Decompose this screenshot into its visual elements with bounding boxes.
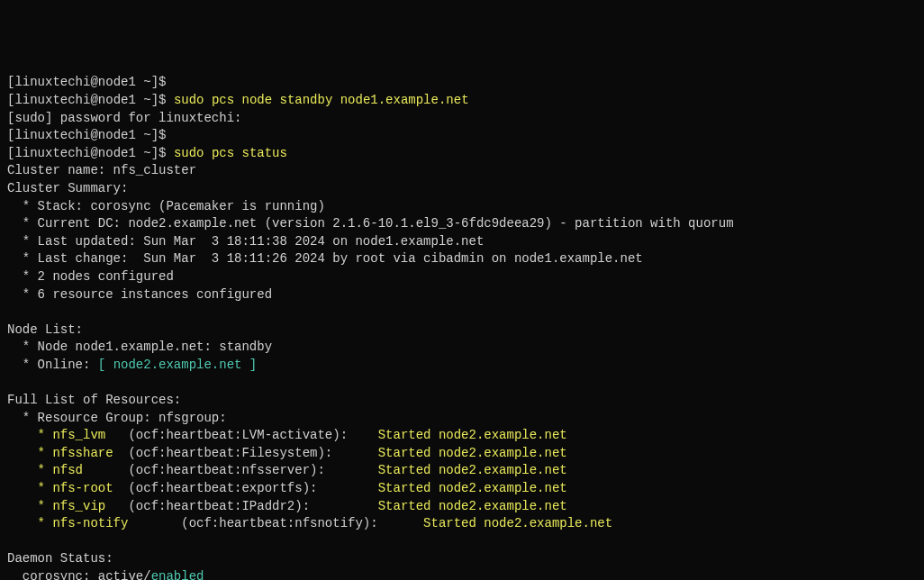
node-list-header: Node List: [7,322,83,337]
resource-line: * nfs_vip (ocf:heartbeat:IPaddr2): Start… [7,499,567,513]
cluster-summary-header: Cluster Summary: [7,181,128,195]
nodes-configured-line: * 2 nodes configured [7,269,174,284]
node-online-line: * Online: [ node2.example.net ] [7,358,257,372]
daemon-line: corosync: active/enabled [7,569,204,580]
resource-line: * nfsd (ocf:heartbeat:nfsserver): Starte… [7,463,567,477]
cluster-name: Cluster name: nfs_cluster [7,163,196,177]
resources-header: Full List of Resources: [7,393,181,407]
last-updated-line: * Last updated: Sun Mar 3 18:11:38 2024 … [7,234,484,249]
resource-group-line: * Resource Group: nfsgroup: [7,411,227,425]
prompt-line: [linuxtechi@node1 ~]$ [7,75,166,89]
stack-line: * Stack: corosync (Pacemaker is running) [7,199,325,213]
command-text: sudo pcs node standby node1.example.net [174,93,469,107]
resource-line: * nfs-notify (ocf:heartbeat:nfsnotify): … [7,516,612,530]
current-dc-line: * Current DC: node2.example.net (version… [7,216,734,231]
resource-line: * nfs_lvm (ocf:heartbeat:LVM-activate): … [7,428,567,442]
prompt-line: [linuxtechi@node1 ~]$ [7,146,166,160]
node-standby-line: * Node node1.example.net: standby [7,340,272,354]
resource-line: * nfsshare (ocf:heartbeat:Filesystem): S… [7,446,567,460]
daemon-status-header: Daemon Status: [7,551,113,566]
last-change-line: * Last change: Sun Mar 3 18:11:26 2024 b… [7,251,643,266]
resources-configured-line: * 6 resource instances configured [7,287,272,302]
command-text: sudo pcs status [174,146,287,160]
sudo-prompt: [sudo] password for linuxtechi: [7,111,241,125]
prompt-line: [linuxtechi@node1 ~]$ [7,93,166,107]
prompt-line: [linuxtechi@node1 ~]$ [7,128,166,142]
terminal-output[interactable]: [linuxtechi@node1 ~]$ [linuxtechi@node1 … [7,74,917,580]
resource-line: * nfs-root (ocf:heartbeat:exportfs): Sta… [7,481,567,495]
